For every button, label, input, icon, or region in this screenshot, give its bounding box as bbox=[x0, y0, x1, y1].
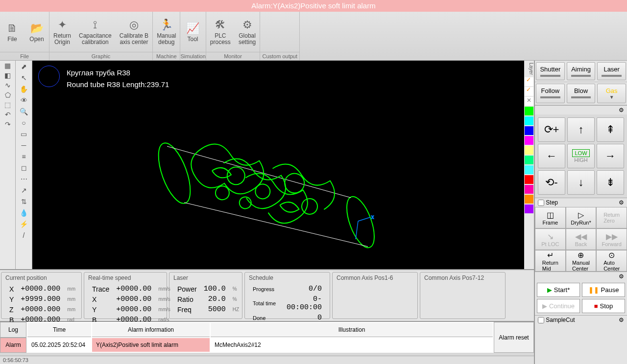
continue-button[interactable]: ▶Continue bbox=[537, 299, 580, 313]
follow-button[interactable]: Follow bbox=[536, 84, 565, 103]
right-control-panel: Shutter Aiming Laser Follow Blow Gas▼ ⚙ … bbox=[534, 61, 627, 364]
calibrate-icon: ⟟ bbox=[88, 18, 102, 32]
return-zero-button[interactable]: Return Zero bbox=[596, 207, 627, 228]
pointer-icon[interactable]: ⬈ bbox=[16, 61, 32, 72]
list-icon[interactable]: ≡ bbox=[16, 151, 32, 162]
open-button[interactable]: 📂Open bbox=[24, 12, 49, 52]
square-icon[interactable]: ◻ bbox=[16, 162, 32, 173]
alarm-tab[interactable]: Alarm bbox=[0, 338, 26, 353]
layer-check-2[interactable]: ✓ bbox=[525, 87, 533, 96]
laser-button[interactable]: Laser bbox=[597, 62, 626, 80]
layer-close[interactable]: ✕ bbox=[525, 97, 533, 106]
alarm-reset-button[interactable]: Alarm reset bbox=[494, 322, 534, 353]
layer-red[interactable] bbox=[525, 175, 533, 184]
file-button[interactable]: 🗎File bbox=[0, 12, 24, 52]
layer-blue[interactable] bbox=[525, 126, 533, 135]
scope-circle-icon bbox=[38, 66, 60, 87]
layer-cyan[interactable] bbox=[525, 116, 533, 125]
layer-magenta[interactable] bbox=[525, 136, 533, 145]
step-checkbox[interactable] bbox=[538, 200, 544, 206]
jog-up-button[interactable]: ↑ bbox=[567, 117, 595, 142]
rewind-icon: ◀◀ bbox=[575, 232, 587, 241]
return-mid-button[interactable]: ↵Return Mid bbox=[535, 250, 566, 272]
layer-green[interactable] bbox=[525, 107, 533, 115]
return-origin-button[interactable]: ✦Return Origin bbox=[49, 12, 75, 52]
zoom-icon[interactable]: 🔍 bbox=[16, 106, 32, 117]
layer-pink[interactable] bbox=[525, 185, 533, 194]
layer-orange[interactable] bbox=[525, 195, 533, 204]
dryrun-button[interactable]: ▷DryRun* bbox=[566, 207, 597, 228]
dash-icon[interactable]: ─ bbox=[16, 139, 32, 151]
auto-center-button[interactable]: ⊙Auto Center bbox=[596, 250, 627, 272]
log-tab[interactable]: Log bbox=[0, 322, 26, 338]
z-down-button[interactable]: ⇟ bbox=[597, 170, 624, 195]
hand-icon[interactable]: ✋ bbox=[16, 83, 32, 94]
play-icon: ▷ bbox=[578, 210, 584, 220]
layer-teal[interactable] bbox=[525, 156, 533, 164]
undo-icon[interactable]: ↶ bbox=[0, 110, 15, 119]
global-setting-button[interactable]: ⚙Global setting bbox=[235, 12, 260, 52]
gas-button[interactable]: Gas▼ bbox=[597, 84, 626, 103]
log-area: Log Alarm TimeAlarm informationIllustrat… bbox=[0, 321, 534, 353]
jog-right-button[interactable]: → bbox=[597, 144, 624, 168]
needle-icon[interactable]: / bbox=[16, 229, 32, 241]
back-button[interactable]: ◀◀Back bbox=[566, 228, 597, 250]
shutter-button[interactable]: Shutter bbox=[536, 62, 565, 80]
stop-button[interactable]: ■Stop bbox=[582, 299, 625, 313]
layer-yellow[interactable] bbox=[525, 146, 533, 155]
pause-button[interactable]: ❚❚Pause bbox=[582, 283, 625, 297]
calibrate-b-button[interactable]: ◎Calibrate B axis center bbox=[116, 12, 152, 52]
start-button[interactable]: ▶Start* bbox=[537, 283, 580, 297]
tube-icon[interactable]: ⬠ bbox=[0, 90, 15, 100]
toggle-gear-icon[interactable]: ⚙ bbox=[619, 107, 624, 114]
speed-toggle-button[interactable]: LOWHIGH bbox=[567, 144, 595, 168]
aiming-button[interactable]: Aiming bbox=[567, 62, 596, 80]
shape-icon[interactable]: ◧ bbox=[0, 70, 15, 80]
chart-icon: 📈 bbox=[186, 22, 199, 35]
grid-icon[interactable]: ▦ bbox=[0, 61, 15, 70]
debug-icon: 🏃 bbox=[160, 18, 173, 32]
jog-left-button[interactable]: ← bbox=[538, 144, 565, 168]
forward-button[interactable]: ▶▶Forward bbox=[596, 228, 627, 250]
svg-line-11 bbox=[356, 221, 358, 239]
cursor-icon[interactable]: ↖ bbox=[16, 72, 32, 83]
layer-purple[interactable] bbox=[525, 205, 533, 213]
dots-icon[interactable]: ⋯ bbox=[16, 173, 32, 184]
target-icon: ◎ bbox=[127, 18, 141, 32]
plc-process-button[interactable]: 🛠PLC process bbox=[206, 12, 235, 52]
frame-button[interactable]: ◫Frame bbox=[535, 207, 566, 228]
manual-debug-button[interactable]: 🏃Manual debug bbox=[153, 12, 180, 52]
eye-icon[interactable]: 👁 bbox=[16, 94, 32, 106]
capacitance-calibration-button[interactable]: ⟟Capacitance calibration bbox=[75, 12, 116, 52]
viewport-canvas[interactable]: Круглая труба R38 Round tube R38 Length:… bbox=[32, 61, 524, 269]
swap-icon[interactable]: ⇅ bbox=[16, 196, 32, 207]
layer-lightcyan[interactable] bbox=[525, 165, 533, 174]
circle-icon[interactable]: ○ bbox=[16, 117, 32, 128]
z-up-button[interactable]: ⇞ bbox=[597, 117, 624, 142]
graphic-group-label: Graphic bbox=[49, 52, 152, 60]
rotate-ccw-button[interactable]: ⟲- bbox=[538, 170, 565, 195]
jog-down-button[interactable]: ↓ bbox=[567, 170, 595, 195]
ops-gear-icon[interactable]: ⚙ bbox=[619, 273, 624, 280]
redo-icon[interactable]: ↷ bbox=[0, 119, 15, 129]
pt-loc-button[interactable]: ↘Pt LOC bbox=[535, 228, 566, 250]
box-icon[interactable]: ▭ bbox=[16, 128, 32, 139]
blow-button[interactable]: Blow bbox=[567, 84, 596, 103]
layer-check-1[interactable]: ✓ bbox=[525, 77, 533, 86]
rect-icon[interactable]: ⬚ bbox=[0, 100, 15, 110]
samplecut-gear-icon[interactable]: ⚙ bbox=[619, 317, 624, 323]
samplecut-checkbox[interactable] bbox=[538, 317, 544, 323]
drop-icon[interactable]: 💧 bbox=[16, 207, 32, 218]
arrow-icon[interactable]: ↗ bbox=[16, 184, 32, 196]
manual-center-button[interactable]: ⊕Manual Center bbox=[566, 250, 597, 272]
step-gear-icon[interactable]: ⚙ bbox=[619, 199, 624, 206]
rotate-cw-button[interactable]: ⟳+ bbox=[538, 117, 565, 142]
log-row[interactable]: 05.02.2025 20:52:04Y(Axis2)Positive soft… bbox=[27, 338, 493, 352]
realtime-speed-group: Real-time speed Trace+0000.00mm/sX+0000.… bbox=[84, 272, 167, 319]
bolt-icon[interactable]: ⚡ bbox=[16, 218, 32, 229]
log-table: TimeAlarm informationIllustration 05.02.… bbox=[26, 322, 494, 353]
curve-icon[interactable]: ∿ bbox=[0, 80, 15, 90]
tool-button[interactable]: 📈Tool bbox=[180, 12, 205, 52]
left-tool-strip-1: ▦ ◧ ∿ ⬠ ⬚ ↶ ↷ bbox=[0, 61, 16, 269]
status-bar: Current position X+0000.000mmY+9999.000m… bbox=[0, 269, 534, 321]
